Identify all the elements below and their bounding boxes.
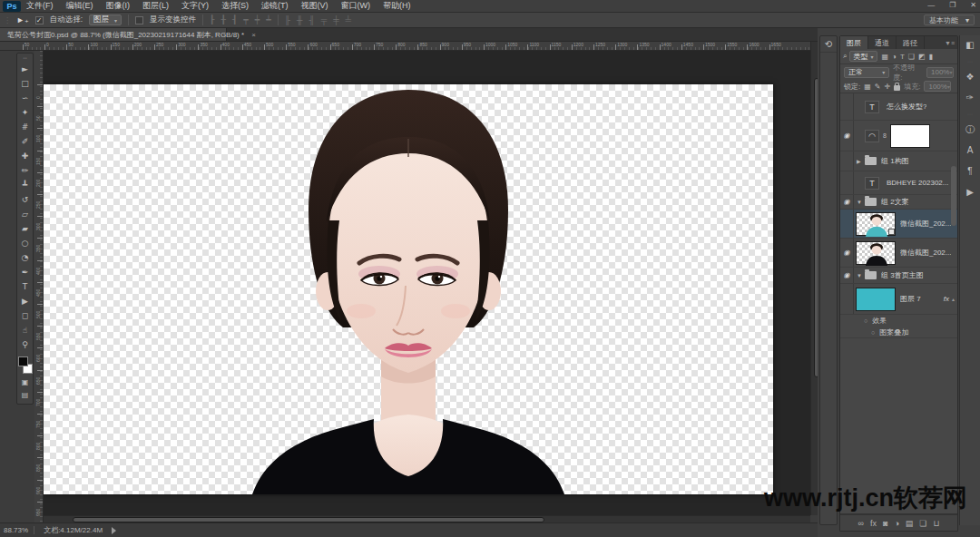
layer-row-text2[interactable]: T BDHEYE 202302... — [840, 171, 957, 195]
layer-name[interactable]: BDHEYE 202302... — [887, 179, 948, 187]
move-tool[interactable]: ► — [17, 62, 33, 76]
distribute-icon[interactable]: ╟ — [285, 15, 290, 24]
filter-kind-dropdown[interactable]: 类型 ▾ — [849, 51, 877, 62]
link-layers-icon[interactable]: ∞ — [858, 519, 864, 528]
filter-adjustment-icon[interactable]: ◑ — [892, 53, 897, 61]
menu-item[interactable]: 图像(I) — [106, 0, 131, 12]
gradient-tool[interactable]: ▰ — [17, 221, 33, 236]
distribute-icon[interactable]: ╤ — [321, 15, 327, 24]
delete-layer-icon[interactable]: ⊔ — [933, 519, 939, 528]
menu-item[interactable]: 图层(L) — [142, 0, 169, 12]
layer-name[interactable]: 怎么换发型? — [887, 102, 926, 112]
tab-channels[interactable]: 通道 — [868, 36, 897, 49]
distribute-icon[interactable]: ╧ — [346, 15, 351, 24]
layer-row-screenshot-hidden[interactable]: 微信截图_202... — [840, 210, 957, 239]
character-panel-icon[interactable]: A — [962, 142, 979, 158]
filter-shape-icon[interactable]: ❏ — [908, 53, 915, 61]
tab-layers[interactable]: 图层 — [840, 36, 868, 49]
filter-smart-icon[interactable]: ◩ — [918, 53, 926, 61]
quick-mask-icon[interactable]: ▣ — [17, 376, 33, 388]
clone-stamp-tool[interactable]: ┻ — [17, 178, 33, 192]
layer-row-group1[interactable]: ▶ 组 1构图 — [840, 151, 957, 171]
auto-select-target-dropdown[interactable]: 图层 ▾ — [89, 15, 122, 25]
distribute-icon[interactable]: ╢ — [309, 15, 314, 24]
layer-fx-indicator[interactable]: fx ▴ — [944, 295, 955, 303]
marquee-tool[interactable]: □ — [17, 76, 33, 91]
fx-collapse-icon[interactable]: ▴ — [952, 296, 955, 302]
layer-row-text[interactable]: T 怎么换发型? — [840, 93, 957, 121]
curves-adjustment-icon[interactable]: ◠ — [865, 130, 879, 142]
blend-mode-dropdown[interactable]: 正常 ▾ — [844, 67, 889, 78]
layer-name[interactable]: 组 2文案 — [881, 197, 909, 207]
info-panel-icon[interactable]: ⓘ — [962, 122, 979, 137]
menu-item[interactable]: 编辑(E) — [66, 0, 93, 12]
layer-row-group2[interactable]: ◉ ▼ 组 2文案 — [840, 195, 957, 210]
align-icon[interactable]: ╂ — [220, 15, 225, 24]
zoom-level-field[interactable]: 88.73% — [4, 526, 34, 534]
status-arrow-icon[interactable] — [112, 527, 116, 534]
fill-thumbnail[interactable] — [856, 288, 896, 311]
canvas-viewport[interactable] — [44, 51, 810, 522]
effect-eye-icon[interactable]: ○ — [871, 329, 875, 336]
close-button[interactable]: ✕ — [970, 1, 976, 9]
eyedropper-tool[interactable]: ✐ — [17, 134, 33, 149]
lock-icon[interactable]: ✎ — [875, 83, 881, 91]
distribute-icon[interactable]: ╪ — [333, 15, 338, 24]
tab-close-icon[interactable]: × — [251, 31, 256, 39]
eraser-tool[interactable]: ▱ — [17, 207, 33, 221]
visibility-toggle[interactable]: ◉ — [840, 121, 854, 151]
adjustment-layer-icon[interactable]: ◑ — [894, 519, 898, 528]
expand-triangle-icon[interactable]: ▼ — [857, 200, 864, 205]
tab-paths[interactable]: 路径 — [897, 36, 925, 49]
styles-panel-icon[interactable]: ❖ — [962, 69, 979, 84]
layer-name[interactable]: 微信截图_202... — [900, 219, 951, 229]
restore-button[interactable]: ❐ — [949, 1, 956, 9]
visibility-toggle[interactable] — [840, 93, 854, 120]
layer-name[interactable]: 微信截图_202... — [900, 248, 951, 258]
lock-icon[interactable]: ▦ — [864, 83, 871, 91]
brush-tool[interactable]: ✏ — [17, 163, 33, 178]
paragraph-panel-icon[interactable]: ¶ — [962, 163, 979, 179]
auto-select-checkbox[interactable]: ✓ — [35, 16, 44, 24]
minimize-button[interactable]: — — [927, 1, 935, 9]
healing-brush-tool[interactable]: ✚ — [17, 149, 33, 163]
align-icon[interactable]: ┿ — [255, 15, 260, 24]
workspace-switcher[interactable]: 基本功能 ▾ — [924, 15, 975, 25]
visibility-toggle[interactable]: ◉ — [840, 195, 854, 209]
layer-name[interactable]: 组 3首页主图 — [881, 270, 924, 280]
layer-row-screenshot-visible[interactable]: ◉ 微信截图_202... — [840, 239, 957, 268]
menu-item[interactable]: 帮助(H) — [383, 0, 411, 12]
layer-thumbnail[interactable] — [856, 212, 896, 236]
ellipse-tool[interactable]: ◻ — [17, 308, 33, 323]
new-layer-icon[interactable]: ❏ — [919, 519, 926, 528]
visibility-toggle[interactable] — [840, 210, 854, 238]
menu-item[interactable]: 滤镜(T) — [261, 0, 289, 12]
distribute-icon[interactable]: ╫ — [297, 15, 302, 24]
layer-name[interactable]: 组 1构图 — [881, 156, 909, 166]
menu-item[interactable]: 文件(F) — [26, 0, 54, 12]
history-panel-icon[interactable]: ⟲ — [820, 36, 837, 53]
screen-mode-icon[interactable]: ▤ — [17, 388, 33, 401]
layer-style-icon[interactable]: fx — [870, 519, 877, 528]
layer-row-group3[interactable]: ◉ ▼ 组 3首页主图 — [840, 268, 957, 284]
expand-triangle-icon[interactable]: ▶ — [857, 158, 864, 164]
lasso-tool[interactable]: ∽ — [17, 91, 33, 105]
expand-triangle-icon[interactable]: ▼ — [857, 273, 864, 278]
foreground-color-swatch[interactable] — [18, 356, 28, 366]
lock-all-icon[interactable] — [894, 85, 900, 91]
color-swatches[interactable] — [17, 356, 33, 374]
effect-eye-icon[interactable]: ○ — [864, 317, 867, 324]
visibility-toggle[interactable]: ◉ — [840, 268, 854, 283]
path-selection-tool[interactable]: ▶ — [17, 294, 33, 308]
menu-item[interactable]: 窗口(W) — [341, 0, 371, 12]
visibility-toggle[interactable] — [840, 284, 854, 314]
horizontal-scrollbar[interactable] — [44, 515, 810, 522]
adjustments-panel-icon[interactable]: ◧ — [962, 37, 979, 53]
visibility-toggle[interactable] — [840, 171, 854, 194]
vertical-scrollbar[interactable] — [810, 42, 818, 515]
current-tool-icon[interactable]: ►₊ — [16, 15, 29, 24]
history-brush-tool[interactable]: ↺ — [17, 192, 33, 207]
layer-name[interactable]: 图层 7 — [900, 294, 921, 304]
layer-thumbnail[interactable] — [856, 241, 896, 265]
visibility-toggle[interactable]: ◉ — [840, 239, 854, 267]
